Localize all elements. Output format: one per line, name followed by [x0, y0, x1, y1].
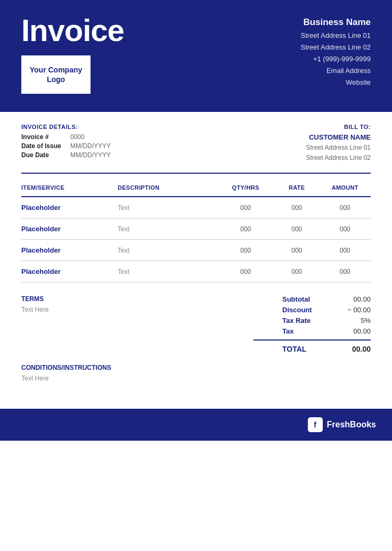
- item-desc-cell: Text: [118, 240, 220, 261]
- header: Invoice Your Company Logo Business Name …: [0, 0, 392, 112]
- discount-label: Discount: [282, 306, 330, 314]
- table-row: Placeholder Text 000 000 000: [21, 240, 371, 261]
- total-final-row: TOTAL 00.00: [254, 345, 371, 353]
- item-qty-cell: 000: [220, 261, 274, 282]
- issue-date-value: MM/DD/YYYY: [70, 142, 111, 150]
- address-line1: Street Address Line 01: [300, 30, 371, 42]
- header-right: Business Name Street Address Line 01 Str…: [300, 17, 371, 88]
- tax-row: Tax 00.00: [254, 327, 371, 335]
- header-left: Invoice Your Company Logo: [21, 15, 124, 94]
- item-rate-cell: 000: [274, 218, 322, 240]
- customer-address-line1: Street Address Line 01: [306, 143, 371, 153]
- phone: +1 (999)-999-9999: [300, 53, 371, 65]
- item-rate-cell: 000: [274, 197, 322, 218]
- table-row: Placeholder Text 000 000 000: [21, 261, 371, 282]
- discount-row: Discount − 00.00: [254, 306, 371, 314]
- item-qty-cell: 000: [220, 218, 274, 240]
- terms-label: TERMS: [21, 295, 254, 303]
- discount-value: − 00.00: [339, 306, 371, 314]
- bottom-section: TERMS Text Here Subtotal 00.00 Discount …: [0, 282, 392, 353]
- bill-to-right: BILL TO: CUSTOMER NAME Street Address Li…: [306, 124, 371, 163]
- taxrate-row: Tax Rate 5%: [254, 317, 371, 325]
- table-row: Placeholder Text 000 000 000: [21, 218, 371, 240]
- item-rate-cell: 000: [274, 240, 322, 261]
- issue-date-row: Date of Issue MM/DD/YYYY: [21, 142, 111, 150]
- col-header-description: DESCRIPTION: [118, 179, 220, 197]
- total-value: 00.00: [339, 345, 371, 353]
- table-section: ITEM/SERVICE DESCRIPTION QTY/HRS RATE AM…: [0, 174, 392, 282]
- terms-text: Text Here: [21, 306, 254, 313]
- invoice-number-label: Invoice #: [21, 133, 64, 141]
- taxrate-value: 5%: [339, 317, 371, 325]
- customer-name: CUSTOMER NAME: [306, 133, 371, 141]
- website: Website: [300, 77, 371, 88]
- conditions-section: CONDITIONS/INSTRUCTIONS Text Here: [0, 353, 392, 387]
- invoice-details-left: INVOICE DETAILS: Invoice # 0000 Date of …: [21, 124, 111, 160]
- subtotal-label: Subtotal: [282, 295, 330, 303]
- invoice-number-row: Invoice # 0000: [21, 133, 111, 141]
- item-name-cell: Placeholder: [21, 261, 118, 282]
- conditions-label: CONDITIONS/INSTRUCTIONS: [21, 364, 371, 371]
- item-name-cell: Placeholder: [21, 218, 118, 240]
- item-desc-cell: Text: [118, 218, 220, 240]
- invoice-number-value: 0000: [70, 133, 85, 141]
- item-desc-cell: Text: [118, 261, 220, 282]
- col-header-rate: RATE: [274, 179, 322, 197]
- totals-block: Subtotal 00.00 Discount − 00.00 Tax Rate…: [254, 295, 371, 353]
- item-name-cell: Placeholder: [21, 240, 118, 261]
- bill-to-label: BILL TO:: [306, 124, 371, 130]
- terms-block: TERMS Text Here: [21, 295, 254, 313]
- issue-date-label: Date of Issue: [21, 142, 64, 150]
- business-info: Street Address Line 01 Street Address Li…: [300, 30, 371, 88]
- col-header-item: ITEM/SERVICE: [21, 179, 118, 197]
- email: Email Address: [300, 65, 371, 77]
- item-amount-cell: 000: [322, 240, 371, 261]
- freshbooks-icon: f: [308, 417, 323, 432]
- taxrate-label: Tax Rate: [282, 317, 330, 325]
- item-amount-cell: 000: [322, 261, 371, 282]
- tax-label: Tax: [282, 327, 330, 335]
- item-desc-cell: Text: [118, 197, 220, 218]
- address-line2: Street Address Line 02: [300, 42, 371, 53]
- due-date-value: MM/DD/YYYY: [70, 151, 111, 159]
- freshbooks-icon-letter: f: [314, 420, 316, 429]
- due-date-row: Due Date MM/DD/YYYY: [21, 151, 111, 159]
- totals-divider: [254, 339, 371, 341]
- subtotal-row: Subtotal 00.00: [254, 295, 371, 303]
- item-rate-cell: 000: [274, 261, 322, 282]
- invoice-table: ITEM/SERVICE DESCRIPTION QTY/HRS RATE AM…: [21, 179, 371, 282]
- details-section: INVOICE DETAILS: Invoice # 0000 Date of …: [0, 112, 392, 173]
- due-date-label: Due Date: [21, 151, 64, 159]
- invoice-details-label: INVOICE DETAILS:: [21, 124, 111, 130]
- item-qty-cell: 000: [220, 197, 274, 218]
- col-header-amount: AMOUNT: [322, 179, 371, 197]
- subtotal-value: 00.00: [339, 295, 371, 303]
- freshbooks-brand: FreshBooks: [327, 420, 376, 430]
- company-logo: Your Company Logo: [21, 55, 91, 94]
- invoice-title: Invoice: [21, 15, 124, 46]
- item-amount-cell: 000: [322, 218, 371, 240]
- business-name: Business Name: [300, 17, 371, 28]
- total-label: TOTAL: [282, 345, 330, 353]
- footer: f FreshBooks: [0, 409, 392, 441]
- customer-address: Street Address Line 01 Street Address Li…: [306, 143, 371, 163]
- item-amount-cell: 000: [322, 197, 371, 218]
- item-name-cell: Placeholder: [21, 197, 118, 218]
- tax-value: 00.00: [339, 327, 371, 335]
- table-row: Placeholder Text 000 000 000: [21, 197, 371, 218]
- conditions-text: Text Here: [21, 375, 371, 382]
- item-qty-cell: 000: [220, 240, 274, 261]
- col-header-qty: QTY/HRS: [220, 179, 274, 197]
- freshbooks-logo: f FreshBooks: [308, 417, 376, 432]
- customer-address-line2: Street Address Line 02: [306, 153, 371, 163]
